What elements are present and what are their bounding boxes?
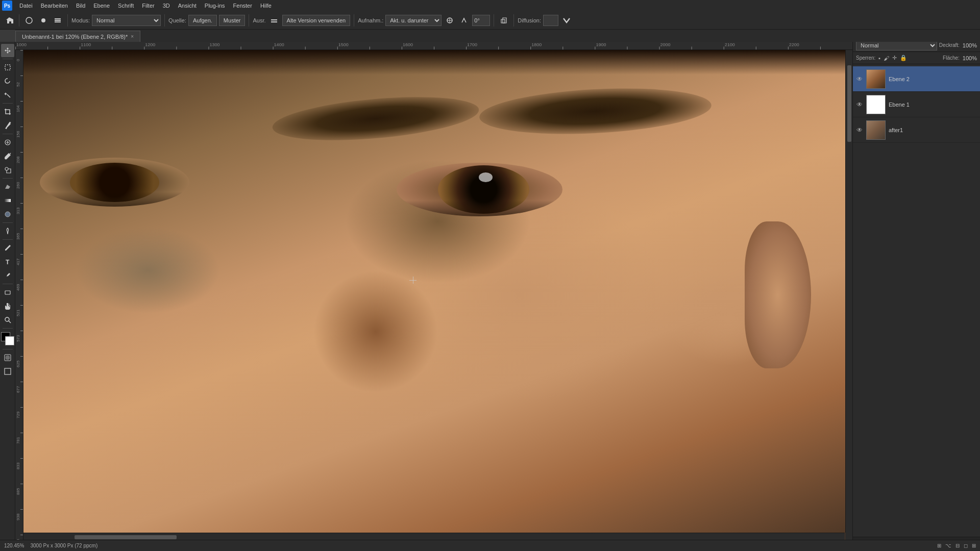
menu-ansicht[interactable]: Ansicht	[174, 2, 201, 10]
diffusion-dropdown-icon[interactable]	[560, 14, 573, 27]
menu-plugins[interactable]: Plug-ins	[201, 2, 229, 10]
svg-point-15	[5, 212, 10, 217]
menu-filter[interactable]: Filter	[138, 2, 158, 10]
gradient-tool[interactable]	[1, 194, 14, 207]
tab-close-btn[interactable]: ×	[131, 34, 134, 39]
quick-mask-tool[interactable]	[1, 351, 14, 364]
lock-position-icon[interactable]: ✛	[892, 55, 897, 61]
screen-mode-tool[interactable]	[1, 365, 14, 378]
fill-value: 100%	[963, 55, 977, 61]
eyedropper-tool[interactable]	[1, 119, 14, 132]
aufgen-btn[interactable]: Aufgen.	[188, 15, 217, 26]
magic-wand-tool[interactable]	[1, 88, 14, 102]
hair-top	[23, 50, 852, 74]
tool-sep2	[3, 103, 13, 104]
eraser-tool[interactable]	[1, 180, 14, 193]
layer-name-ebene1: Ebene 1	[889, 102, 910, 108]
source-label: Quelle:	[168, 17, 186, 23]
brush-preset-icon[interactable]	[23, 14, 35, 27]
hand-tool[interactable]	[1, 299, 14, 313]
menu-schrift[interactable]: Schrift	[114, 2, 138, 10]
ps-logo: Ps	[2, 1, 12, 11]
dodge-tool[interactable]	[1, 224, 14, 238]
document-tab[interactable]: Unbenannt-1 bei 120% (Ebene 2, RGB/8)* ×	[15, 31, 140, 42]
angle-input[interactable]	[472, 15, 490, 26]
layer-thumb-after1	[866, 120, 886, 140]
menu-fenster[interactable]: Fenster	[229, 2, 256, 10]
brush-options-icon[interactable]	[52, 14, 64, 27]
angle-icon[interactable]	[458, 14, 470, 27]
brush-tool[interactable]	[1, 149, 14, 163]
color-picker[interactable]	[1, 332, 14, 347]
menu-3d[interactable]: 3D	[159, 2, 174, 10]
statusbar-icon4[interactable]: ◻	[964, 543, 968, 548]
canvas-area	[23, 50, 852, 540]
menu-bild[interactable]: Bild	[72, 2, 89, 10]
vertical-scrollbar[interactable]	[845, 50, 852, 533]
ausrichtung-icon[interactable]	[268, 14, 280, 27]
svg-rect-14	[5, 199, 11, 202]
statusbar-icon2[interactable]: ⌥	[945, 543, 951, 548]
move-tool[interactable]	[1, 44, 14, 57]
sep6	[494, 14, 494, 27]
diffusion-label: Diffusion:	[518, 17, 541, 23]
sep2	[67, 14, 68, 27]
layer-item-ebene2[interactable]: 👁 Ebene 2	[853, 66, 980, 92]
layer-item-after1[interactable]: 👁 after1	[853, 117, 980, 143]
muster-btn[interactable]: Muster	[219, 15, 246, 26]
menu-bearbeiten[interactable]: Bearbeiten	[37, 2, 72, 10]
marquee-tool[interactable]	[1, 61, 14, 74]
clone-brush-icon[interactable]	[498, 14, 510, 27]
menu-ebene[interactable]: Ebene	[89, 2, 114, 10]
healing-brush-tool[interactable]	[1, 136, 14, 149]
blur-tool[interactable]	[1, 208, 14, 221]
horizontal-scrollbar[interactable]	[23, 533, 845, 540]
layer-thumb-face-img	[867, 70, 885, 88]
shape-tool[interactable]	[1, 286, 14, 299]
layer-eye-after1[interactable]: 👁	[856, 127, 863, 134]
brush-size-icon[interactable]	[37, 14, 50, 27]
tool-sep6	[3, 239, 13, 240]
text-tool[interactable]: T	[1, 255, 14, 268]
zoom-tool[interactable]	[1, 313, 14, 327]
fill-label: Fläche:	[943, 55, 960, 61]
sep7	[513, 14, 514, 27]
menu-hilfe[interactable]: Hilfe	[256, 2, 276, 10]
statusbar-icon3[interactable]: ⊟	[955, 543, 960, 548]
home-icon[interactable]	[3, 14, 15, 27]
v-scroll-thumb[interactable]	[847, 65, 851, 142]
aufnahme-icon[interactable]	[444, 14, 456, 27]
background-color[interactable]	[5, 336, 14, 345]
layer-name-after1: after1	[889, 127, 903, 133]
nose	[313, 270, 438, 393]
layers-list: 👁 Ebene 2 👁 Ebene 1 👁 after1	[853, 64, 980, 145]
menu-datei[interactable]: Datei	[15, 2, 37, 10]
lasso-tool[interactable]	[1, 74, 14, 88]
statusbar-icon5[interactable]: ⊞	[972, 543, 976, 548]
crop-tool[interactable]	[1, 105, 14, 118]
layer-eye-ebene1[interactable]: 👁	[856, 101, 863, 108]
opacity-value: 100%	[963, 42, 977, 48]
lock-transparent-icon[interactable]: ▪	[878, 55, 880, 61]
alte-version-btn[interactable]: Alte Version verwenden	[282, 15, 351, 26]
clone-stamp-tool[interactable]	[1, 163, 14, 177]
mode-select[interactable]: Normal Multiplizieren Negativ multiplizi…	[92, 15, 161, 26]
lock-row: Sperren: ▪ 🖌 ✛ 🔒 Fläche: 100%	[853, 52, 980, 64]
layer-eye-ebene2[interactable]: 👁	[856, 76, 863, 83]
diffusion-input[interactable]: 5	[543, 15, 558, 26]
face-image	[23, 50, 852, 540]
tool-sep8	[3, 328, 13, 329]
aufnahme-select[interactable]: Akt. u. darunter Aktuell Alle Ebenen	[385, 15, 442, 26]
ear	[745, 221, 811, 368]
layer-item-ebene1[interactable]: 👁 Ebene 1	[853, 92, 980, 117]
ruler-left	[15, 50, 23, 540]
path-select-tool[interactable]	[1, 269, 14, 282]
pen-tool[interactable]	[1, 241, 14, 255]
tabbar: Unbenannt-1 bei 120% (Ebene 2, RGB/8)* ×	[15, 30, 980, 42]
svg-point-18	[5, 317, 9, 321]
zoom-level: 120.45%	[4, 543, 24, 548]
h-scroll-thumb[interactable]	[75, 535, 177, 539]
statusbar-icon1[interactable]: ⊞	[937, 543, 941, 548]
lock-all-icon[interactable]: 🔒	[900, 55, 907, 61]
lock-paint-icon[interactable]: 🖌	[884, 55, 889, 61]
